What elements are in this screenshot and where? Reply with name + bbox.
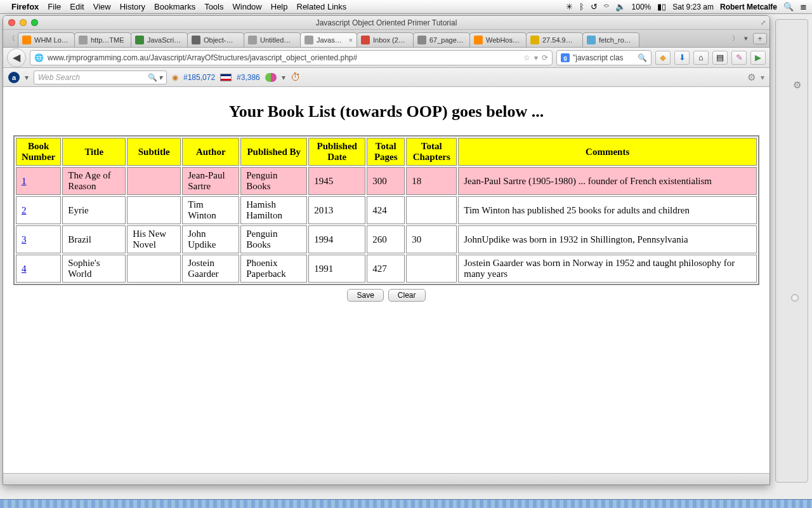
spotlight-icon[interactable]: 🔍 [783,2,794,11]
gear-icon[interactable]: ⚙ [793,79,801,91]
cell-subtitle [127,167,181,195]
browser-tab-8[interactable]: WebHos… [469,32,527,47]
tab-list-dropdown[interactable]: ▾ [742,34,750,43]
book-number-link[interactable]: 1 [22,176,27,186]
cell-chapters: 18 [406,167,457,195]
browser-tab-3[interactable]: Object-… [187,32,244,47]
alexa-globe-icon[interactable]: ◉ [172,73,178,82]
ask-search-placeholder: Web Search [38,73,80,82]
alexa-local-rank[interactable]: #3,386 [237,73,260,82]
browser-tab-7[interactable]: 67_page… [413,32,470,47]
site-identity-icon[interactable]: 🌐 [34,53,44,62]
app-menu[interactable]: Firefox [11,2,39,11]
wifi-icon[interactable]: ⌔ [604,2,609,11]
cell-publisher: Penguin Books [240,225,307,253]
timemachine-icon[interactable]: ↺ [591,2,598,11]
mac-menu-history[interactable]: History [120,2,145,11]
favicon-icon [192,36,200,44]
mac-menu-view[interactable]: View [93,2,111,11]
mac-menu-bookmarks[interactable]: Bookmarks [154,2,195,11]
browser-tab-2[interactable]: JavaScri… [131,32,188,47]
cell-publisher: Hamish Hamilton [240,196,307,224]
cell-author: Jostein Gaarder [182,255,239,283]
browser-tab-1[interactable]: http…TME [74,32,131,47]
favicon-icon [474,36,483,44]
sync-icon[interactable]: ✳ [566,2,573,11]
cell-subtitle [127,196,181,224]
url-bar[interactable]: 🌐 www.rjmprogramming.com.au/Javascript/A… [30,50,553,65]
cell-subtitle: His New Novel [127,225,181,253]
ask-settings-icon[interactable]: ⚙ [747,72,756,83]
zoom-window-button[interactable] [31,19,38,26]
ask-settings-dropdown-icon[interactable]: ▾ [761,73,764,82]
tab-label: Javas… [317,36,346,44]
search-go-icon[interactable]: 🔍 [638,53,647,62]
bookmark-star-icon[interactable]: ☆ [523,53,530,62]
page-content: Your Book List (towards OOP) goes below … [3,87,769,473]
ask-dropdown-icon[interactable]: ▾ [25,73,29,82]
notifications-icon[interactable]: ≣ [800,2,807,11]
book-number-link[interactable]: 3 [22,234,27,244]
home-button[interactable]: ⌂ [693,51,709,65]
toolbar-button-5[interactable]: ✎ [731,51,747,65]
mac-menu-window[interactable]: Window [233,2,262,11]
book-number-link[interactable]: 4 [22,264,27,274]
ask-toolbar: a▾ Web Search 🔍▾ ◉ #185,072 #3,386 ▾ ⏱ ⚙… [3,68,769,87]
mac-menu-file[interactable]: File [48,2,61,11]
browser-tab-10[interactable]: fetch_ro… [582,32,639,47]
menubar-clock[interactable]: Sat 9:23 am [672,3,714,11]
history-dropdown-icon[interactable]: ▾ [534,53,538,62]
window-title: Javascript Object Oriented Primer Tutori… [3,18,769,27]
cell-author: Tim Winton [182,196,239,224]
mac-menu-tools[interactable]: Tools [204,2,223,11]
book-table: Book NumberTitleSubtitleAuthorPublished … [13,135,759,285]
bookmarks-button[interactable]: ▤ [712,51,728,65]
reload-icon[interactable]: ⟳ [542,53,548,62]
cell-author: Jean-Paul Sartre [182,167,239,195]
ask-search-dropdown-icon[interactable]: ▾ [159,73,162,82]
cell-comments: Jostein Gaarder was born in Norway in 19… [458,255,757,283]
battery-icon[interactable]: ▮▯ [657,2,666,11]
mac-menu-edit[interactable]: Edit [70,2,84,11]
menubar-user[interactable]: Robert Metcalfe [720,3,777,11]
browser-tab-4[interactable]: Untitled… [244,32,301,47]
ask-search-input[interactable]: Web Search 🔍▾ [34,70,167,84]
save-button[interactable]: Save [347,289,383,302]
toolbar-button-1[interactable]: ◆ [655,51,671,65]
new-tab-button[interactable]: + [753,33,767,44]
stopwatch-icon[interactable]: ⏱ [291,72,301,83]
alexa-global-rank[interactable]: #185,072 [183,73,215,82]
tab-close-icon[interactable]: × [349,36,353,44]
browser-tab-6[interactable]: Inbox (2… [357,32,414,47]
pill-dropdown-icon[interactable]: ▾ [282,73,285,82]
mac-menu-related-links[interactable]: Related Links [297,2,347,11]
pill-icon[interactable] [265,73,277,82]
toolbar-button-6[interactable]: ▶ [750,51,766,65]
window-titlebar[interactable]: Javascript Object Oriented Primer Tutori… [3,16,769,30]
column-header: Published By [240,138,307,166]
search-bar[interactable]: g "javascript clas 🔍 [556,50,652,65]
favicon-icon [79,36,88,44]
search-icon[interactable]: 🔍 [148,73,157,82]
minimize-window-button[interactable] [20,19,27,26]
favicon-icon [417,36,426,44]
browser-tab-5[interactable]: Javas…× [300,32,357,47]
clear-button[interactable]: Clear [388,289,426,302]
column-header: Book Number [16,138,61,166]
tab-label: 27.54.9… [542,36,579,44]
bluetooth-icon[interactable]: ᛒ [579,2,584,11]
ask-logo-icon[interactable]: a [8,72,20,83]
fullscreen-icon[interactable]: ⤢ [761,19,766,26]
downloads-button[interactable]: ⬇ [674,51,690,65]
browser-tab-0[interactable]: WHM Lo… [18,32,75,47]
favicon-icon [587,36,596,44]
back-button[interactable]: ◀ [7,48,26,67]
cell-title: Eyrie [62,196,126,224]
browser-tab-9[interactable]: 27.54.9… [526,32,583,47]
book-number-link[interactable]: 2 [22,205,27,215]
tab-scroll-left[interactable]: 〈 [6,34,18,43]
mac-menu-help[interactable]: Help [271,2,288,11]
volume-icon[interactable]: 🔈 [615,2,625,11]
close-window-button[interactable] [8,19,15,26]
tab-scroll-right[interactable]: 〉 [730,34,742,43]
